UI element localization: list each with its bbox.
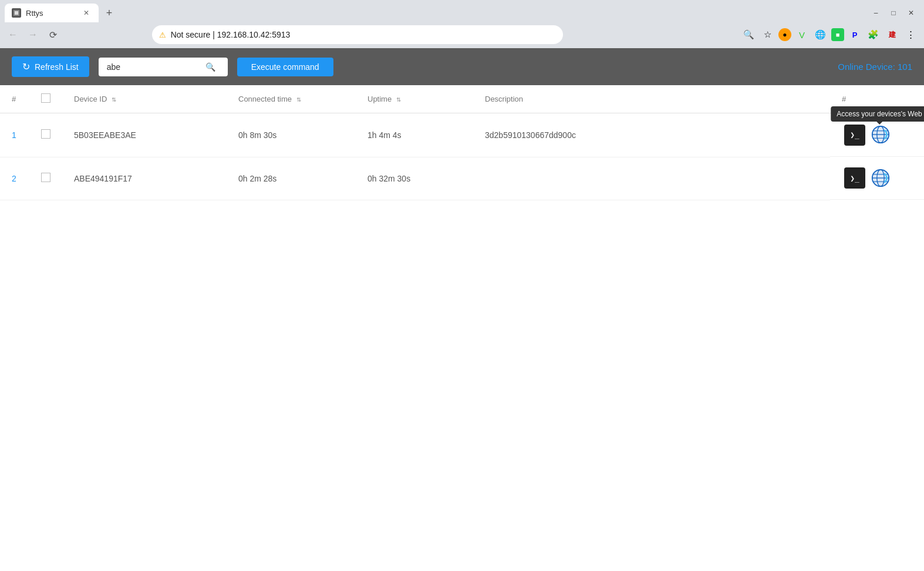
- search-box: 🔍: [99, 58, 228, 76]
- forward-button: →: [25, 26, 41, 43]
- online-device-count: Online Device: 101: [838, 62, 912, 72]
- address-text: Not secure | 192.168.10.42:5913: [171, 30, 556, 39]
- row1-device-id: 5B03EEABE3AE: [62, 113, 227, 157]
- ext2-icon[interactable]: V: [794, 26, 810, 43]
- row1-actions: ❯_: [830, 113, 924, 157]
- row1-num: 1: [0, 113, 29, 157]
- search-ext-icon[interactable]: 🔍: [741, 26, 757, 43]
- row1-terminal-button[interactable]: ❯_: [844, 125, 865, 146]
- row2-web-button[interactable]: [870, 167, 891, 189]
- tab-close-button[interactable]: ✕: [81, 8, 92, 18]
- svg-rect-1: [15, 11, 18, 15]
- reload-button[interactable]: ⟳: [45, 26, 61, 43]
- browser-chrome: Rttys ✕ + – □ ✕ ← → ⟳ ⚠ Not secure | 192…: [0, 0, 924, 48]
- execute-label: Execute command: [251, 62, 319, 72]
- row1-web-button[interactable]: [870, 124, 891, 145]
- execute-command-button[interactable]: Execute command: [237, 58, 333, 76]
- device-id-sort-icon: ⇅: [112, 96, 116, 103]
- close-button[interactable]: ✕: [903, 5, 919, 21]
- title-bar: Rttys ✕ + – □ ✕: [0, 0, 924, 22]
- security-warning-icon: ⚠: [159, 31, 166, 39]
- row2-connected-time: 0h 2m 28s: [227, 157, 356, 200]
- ext4-icon[interactable]: ■: [831, 28, 844, 41]
- ext7-icon[interactable]: 建: [884, 26, 901, 43]
- ext3-icon[interactable]: 🌐: [812, 26, 829, 43]
- web-browser-icon: [871, 125, 890, 144]
- search-icon: 🔍: [205, 62, 215, 72]
- maximize-button[interactable]: □: [885, 5, 902, 21]
- web-browser-icon: [871, 169, 890, 187]
- terminal-icon: ❯_: [850, 174, 859, 183]
- new-tab-button[interactable]: +: [101, 5, 117, 21]
- row2-uptime: 0h 32m 30s: [356, 157, 473, 200]
- row2-num: 2: [0, 157, 29, 200]
- address-bar-row: ← → ⟳ ⚠ Not secure | 192.168.10.42:5913 …: [0, 22, 924, 48]
- refresh-icon: ↻: [22, 61, 30, 72]
- tab-bar: Rttys ✕ +: [5, 4, 868, 22]
- table-body: 1 5B03EEABE3AE 0h 8m 30s 1h 4m 4s 3d2b59…: [0, 113, 924, 200]
- select-all-checkbox[interactable]: [41, 93, 50, 103]
- app-container: ↻ Refresh List 🔍 Execute command Online …: [0, 48, 924, 571]
- browser-extensions: 🔍 ☆ ● V 🌐 ■ P 🧩 建 ⋮: [741, 26, 919, 43]
- col-header-check: [29, 85, 62, 113]
- row2-actions: ❯_: [830, 157, 924, 200]
- minimize-button[interactable]: –: [868, 5, 884, 21]
- refresh-label: Refresh List: [35, 62, 79, 72]
- refresh-list-button[interactable]: ↻ Refresh List: [12, 56, 89, 77]
- menu-icon[interactable]: ⋮: [903, 26, 919, 43]
- col-header-connected-time[interactable]: Connected time ⇅: [227, 85, 356, 113]
- row2-checkbox[interactable]: [41, 173, 50, 182]
- row2-description: [473, 157, 830, 200]
- device-table: # Device ID ⇅ Connected time ⇅ Uptime ⇅: [0, 85, 924, 200]
- bookmark-icon[interactable]: ☆: [760, 26, 776, 43]
- active-tab[interactable]: Rttys ✕: [5, 4, 99, 22]
- col-header-uptime[interactable]: Uptime ⇅: [356, 85, 473, 113]
- connected-time-sort-icon: ⇅: [296, 96, 301, 103]
- row1-connected-time: 0h 8m 30s: [227, 113, 356, 157]
- table-header: # Device ID ⇅ Connected time ⇅ Uptime ⇅: [0, 85, 924, 113]
- row1-checkbox[interactable]: [41, 129, 50, 139]
- ext6-icon[interactable]: 🧩: [865, 26, 882, 43]
- row1-web-tooltip-container: Access your devices's Web: [868, 124, 891, 146]
- tab-title: Rttys: [26, 9, 76, 18]
- row2-device-id: ABE494191F17: [62, 157, 227, 200]
- uptime-sort-icon: ⇅: [396, 96, 401, 103]
- col-header-hash: #: [0, 85, 29, 113]
- back-button: ←: [5, 26, 21, 43]
- col-header-device-id[interactable]: Device ID ⇅: [62, 85, 227, 113]
- toolbar: ↻ Refresh List 🔍 Execute command Online …: [0, 48, 924, 85]
- row1-uptime: 1h 4m 4s: [356, 113, 473, 157]
- terminal-icon: ❯_: [850, 130, 859, 139]
- table-row: 2 ABE494191F17 0h 2m 28s 0h 32m 30s ❯_: [0, 157, 924, 200]
- address-bar[interactable]: ⚠ Not secure | 192.168.10.42:5913: [152, 25, 563, 44]
- row2-terminal-button[interactable]: ❯_: [844, 167, 865, 189]
- col-header-actions: #: [830, 85, 924, 113]
- window-controls: – □ ✕: [868, 5, 919, 21]
- col-header-description: Description: [473, 85, 830, 113]
- row1-check: [29, 113, 62, 157]
- search-input[interactable]: [107, 62, 201, 72]
- row2-check: [29, 157, 62, 200]
- table-row: 1 5B03EEABE3AE 0h 8m 30s 1h 4m 4s 3d2b59…: [0, 113, 924, 157]
- ext5-icon[interactable]: P: [847, 26, 863, 43]
- row1-description: 3d2b5910130667dd900c: [473, 113, 830, 157]
- ext1-icon[interactable]: ●: [778, 28, 791, 41]
- tab-favicon: [12, 8, 21, 18]
